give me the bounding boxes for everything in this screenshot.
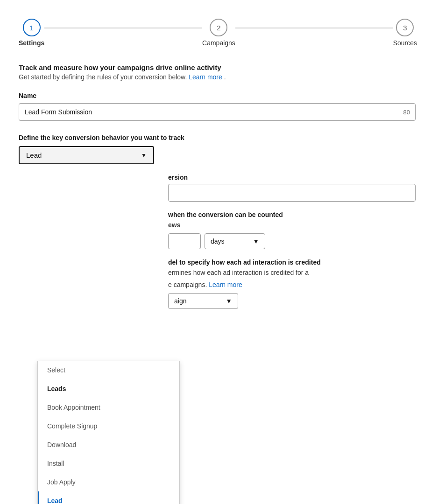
dropdown-item-book-appointment[interactable]: Book Appointment (38, 398, 179, 417)
page-title: Track and measure how your campaigns dri… (19, 63, 416, 71)
days-input[interactable] (168, 233, 201, 249)
attribution-sub: ermines how each ad interaction is credi… (168, 269, 416, 276)
dropdown-item-lead[interactable]: Lead (38, 491, 179, 504)
step-3[interactable]: 3 Sources (393, 19, 417, 47)
conversion-type-label: Define the key conversion behavior you w… (19, 134, 416, 141)
name-input-wrapper: 80 (19, 103, 416, 121)
days-select: days ▼ (168, 233, 416, 249)
bg-conversion-label: ersion (168, 174, 416, 181)
step-3-label: Sources (393, 39, 417, 47)
step-3-circle: 3 (396, 19, 414, 36)
step-1-circle: 1 (23, 19, 41, 36)
dropdown-arrow-icon: ▼ (141, 152, 147, 159)
char-count: 80 (403, 109, 410, 116)
dropdown-selected-value: Lead (26, 151, 42, 159)
page-subtitle: Get started by defining the rules of you… (19, 73, 416, 81)
main-content: Track and measure how your campaigns dri… (14, 63, 416, 309)
name-field-label: Name (19, 92, 416, 99)
background-form: ersion when the conversion can be counte… (19, 174, 416, 309)
step-connector-1 (44, 28, 202, 28)
dropdown-item-install[interactable]: Install (38, 454, 179, 473)
views-label: ews (168, 221, 416, 229)
learn-more-link-attribution[interactable]: Learn more (209, 281, 242, 288)
bg-conversion-input[interactable] (168, 184, 416, 202)
conversion-type-dropdown-menu: Select Leads Book Appointment Complete S… (37, 361, 180, 504)
step-connector-2 (235, 28, 393, 28)
attribution-sub2: e campaigns. Learn more (168, 281, 416, 288)
stepper: 1 Settings 2 Campaigns 3 Sources (14, 19, 417, 47)
dropdown-scroll: Select Leads Book Appointment Complete S… (38, 361, 179, 504)
name-input[interactable] (19, 103, 416, 121)
dropdown-item-leads[interactable]: Leads (38, 379, 179, 398)
step-1[interactable]: 1 Settings (19, 19, 44, 47)
bg-row-1: ersion (19, 174, 416, 211)
step-2-label: Campaigns (202, 39, 235, 47)
form-area: Lead ▼ ersion when the conversion can be… (19, 146, 416, 309)
conversion-type-dropdown[interactable]: Lead ▼ (19, 146, 154, 164)
days-dropdown[interactable]: days ▼ (205, 233, 265, 249)
window-label: when the conversion can be counted (168, 211, 416, 218)
learn-more-link-header[interactable]: Learn more (189, 73, 222, 81)
step-1-label: Settings (19, 39, 44, 47)
dropdown-item-download[interactable]: Download (38, 435, 179, 454)
step-2[interactable]: 2 Campaigns (202, 19, 235, 47)
attribution-label: del to specify how each ad interaction i… (168, 259, 416, 266)
step-2-circle: 2 (210, 19, 227, 36)
dropdown-item-complete-signup[interactable]: Complete Signup (38, 417, 179, 435)
campaign-select-button[interactable]: aign ▼ (168, 293, 238, 309)
dropdown-item-job-apply[interactable]: Job Apply (38, 473, 179, 491)
dropdown-item-select[interactable]: Select (38, 361, 179, 379)
